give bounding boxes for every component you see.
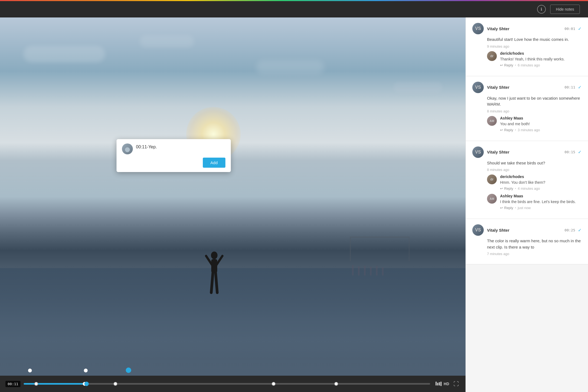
- reply-author-3-1: derickrhodes: [500, 174, 581, 179]
- reply-actions-1-1: ↩ Reply • 6 minutes ago: [500, 63, 581, 67]
- reply-link-3-2[interactable]: ↩ Reply: [500, 206, 513, 210]
- comment-meta-3: 00:15 ✓: [565, 149, 581, 155]
- video-container[interactable]: 00:11 - Add: [0, 17, 465, 376]
- reply-time-3-1: 4 minutes ago: [518, 186, 540, 191]
- hide-notes-button[interactable]: Hide notes: [550, 5, 580, 14]
- comment-author-row-2: VS Vitaly Shter: [472, 82, 509, 93]
- popup-actions: Add: [122, 158, 225, 168]
- popup-avatar: [122, 143, 133, 154]
- comment-meta-4: 00:25 ✓: [565, 228, 581, 233]
- timeline-dot-3[interactable]: [84, 369, 88, 372]
- cloud-4: [393, 82, 442, 93]
- hd-badge[interactable]: HD: [436, 382, 449, 386]
- reply-item-2-1: AM Ashley Maas You and me both! ↩ Reply …: [487, 116, 581, 132]
- comment-author-3: Vitaly Shter: [487, 150, 509, 154]
- svg-line-4: [211, 273, 213, 293]
- video-area: 00:11 - Add 00:11: [0, 17, 465, 392]
- main-content: 00:11 - Add 00:11: [0, 17, 588, 392]
- timeline-dot-1[interactable]: [28, 369, 32, 372]
- check-icon-1: ✓: [578, 26, 581, 31]
- hd-label: HD: [444, 382, 449, 386]
- avatar-derick-1: dr: [487, 51, 497, 61]
- cloud-3: [140, 35, 194, 48]
- comment-thread-2: VS Vitaly Shter 00:11 ✓ Okay, now I just…: [466, 76, 588, 141]
- popup-input[interactable]: [148, 145, 225, 149]
- reply-thread-2: AM Ashley Maas You and me both! ↩ Reply …: [472, 116, 581, 132]
- reply-thread-3: dr derickrhodes Hmm. You don't like them…: [472, 174, 581, 210]
- add-comment-button[interactable]: Add: [203, 158, 225, 168]
- reply-content-3-1: derickrhodes Hmm. You don't like them? ↩…: [500, 174, 581, 191]
- comment-header-2: VS Vitaly Shter 00:11 ✓: [472, 82, 581, 93]
- person-silhouette: [205, 250, 224, 297]
- reply-item-3-1: dr derickrhodes Hmm. You don't like them…: [487, 174, 581, 191]
- svg-rect-3: [211, 259, 217, 273]
- reply-actions-2-1: ↩ Reply • 3 minutes ago: [500, 128, 581, 132]
- reply-link-2-1[interactable]: ↩ Reply: [500, 128, 513, 132]
- check-icon-3: ✓: [578, 149, 581, 155]
- comment-time-ago-4: 7 minutes ago: [472, 252, 581, 256]
- info-icon[interactable]: ℹ: [537, 5, 546, 14]
- reply-content-3-2: Ashley Maas I think the birds are fine. …: [500, 194, 581, 210]
- comment-author-2: Vitaly Shter: [487, 85, 509, 90]
- cloud-1: [23, 46, 105, 62]
- comment-body-2: Okay, now I just want to be on vacation …: [472, 95, 581, 108]
- comment-header-3: VS Vitaly Shter 00:15 ✓: [472, 146, 581, 158]
- comment-meta-1: 00:01 ✓: [565, 26, 581, 31]
- avatar-ashley-3: AM: [487, 194, 497, 204]
- reply-actions-3-1: ↩ Reply • 4 minutes ago: [500, 186, 581, 191]
- reply-body-3-2: I think the birds are fine. Let's keep t…: [500, 199, 581, 205]
- comment-author-row-3: VS Vitaly Shter: [472, 146, 509, 158]
- comment-thread-4: VS Vitaly Shter 00:25 ✓ The color is rea…: [466, 219, 588, 264]
- comment-time-ago-1: 9 minutes ago: [472, 44, 581, 48]
- comment-time-ago-2: 8 minutes ago: [472, 109, 581, 113]
- check-icon-2: ✓: [578, 85, 581, 90]
- timeline-progress: [24, 383, 85, 385]
- comment-thread-3: VS Vitaly Shter 00:15 ✓ Should we take t…: [466, 141, 588, 219]
- reply-link-1-1[interactable]: ↩ Reply: [500, 63, 513, 67]
- reply-time-3-2: just now: [518, 206, 531, 210]
- reply-separator-2-1: •: [515, 128, 516, 132]
- timeline-dot-2[interactable]: [126, 367, 131, 373]
- reply-actions-3-2: ↩ Reply • just now: [500, 206, 581, 210]
- comment-time-ago-3: 8 minutes ago: [472, 168, 581, 172]
- check-icon-4: ✓: [578, 228, 581, 233]
- top-bar: ℹ Hide notes: [0, 1, 588, 17]
- svg-point-0: [211, 252, 218, 259]
- fullscreen-button[interactable]: ⛶: [452, 380, 460, 388]
- pier: [350, 237, 410, 261]
- comment-popup: 00:11 - Add: [117, 139, 231, 172]
- avatar-ashley-2: AM: [487, 116, 497, 126]
- avatar-vitaly-1: VS: [472, 23, 484, 34]
- pier-pillars: [350, 265, 410, 275]
- comment-author-1: Vitaly Shter: [487, 26, 509, 31]
- reply-content-2-1: Ashley Maas You and me both! ↩ Reply • 3…: [500, 116, 581, 132]
- reply-time-1-1: 6 minutes ago: [518, 63, 540, 67]
- comment-header-4: VS Vitaly Shter 00:25 ✓: [472, 224, 581, 236]
- avatar-vitaly-2: VS: [472, 82, 484, 93]
- timeline[interactable]: [24, 383, 430, 385]
- reply-author-1-1: derickrhodes: [500, 51, 581, 56]
- timeline-thumb: [83, 382, 87, 386]
- popup-text: 00:11 -: [136, 143, 225, 149]
- reply-body-3-1: Hmm. You don't like them?: [500, 180, 581, 185]
- cloud-2: [256, 60, 324, 74]
- comment-thread-1: VS Vitaly Shter 00:01 ✓ Beautiful start!…: [466, 17, 588, 76]
- reply-body-2-1: You and me both!: [500, 121, 581, 127]
- avatar-derick-3: dr: [487, 174, 497, 184]
- reply-time-2-1: 3 minutes ago: [518, 128, 540, 132]
- reply-separator-1-1: •: [515, 63, 516, 67]
- comment-meta-2: 00:11 ✓: [565, 85, 581, 90]
- popup-timestamp: 00:11: [136, 145, 147, 149]
- comment-body-4: The color is really warm here, but no so…: [472, 238, 581, 250]
- comment-timestamp-4: 00:25: [565, 228, 575, 232]
- svg-line-5: [216, 273, 217, 293]
- comment-body-1: Beautiful start! Love how the music come…: [472, 36, 581, 43]
- comment-timestamp-1: 00:01: [565, 27, 575, 31]
- comments-panel: VS Vitaly Shter 00:01 ✓ Beautiful start!…: [465, 17, 588, 392]
- reply-item-3-2: AM Ashley Maas I think the birds are fin…: [487, 194, 581, 210]
- reply-author-2-1: Ashley Maas: [500, 116, 581, 120]
- reply-link-3-1[interactable]: ↩ Reply: [500, 186, 513, 191]
- comment-timestamp-3: 00:15: [565, 150, 575, 154]
- avatar-vitaly-4: VS: [472, 224, 484, 236]
- time-badge: 00:11: [5, 381, 20, 387]
